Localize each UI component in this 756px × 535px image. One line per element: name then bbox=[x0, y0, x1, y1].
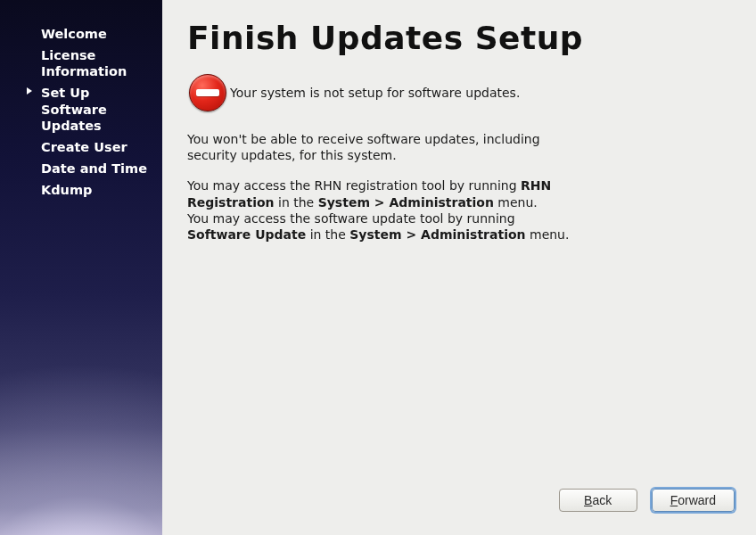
sidebar-item-label: Set Up Software Updates bbox=[41, 86, 107, 132]
text-fragment: You may access the software update tool … bbox=[187, 211, 515, 226]
main-panel: Finish Updates Setup Your system is not … bbox=[162, 0, 756, 535]
text-fragment: menu. bbox=[494, 195, 538, 210]
warning-row: Your system is not setup for software up… bbox=[187, 72, 729, 113]
sidebar-item-kdump: Kdump bbox=[0, 179, 162, 201]
sidebar-item-label: Date and Time bbox=[41, 161, 147, 176]
page-title: Finish Updates Setup bbox=[187, 20, 729, 56]
text-bold: System > Administration bbox=[349, 227, 525, 242]
sidebar-item-date-time: Date and Time bbox=[0, 158, 162, 179]
text-fragment: You may access the RHN registration tool… bbox=[187, 178, 521, 193]
info-paragraph-3: You may access the software update tool … bbox=[187, 210, 579, 243]
sidebar-item-label: License Information bbox=[41, 48, 127, 78]
forward-button[interactable]: Forward bbox=[652, 489, 735, 512]
button-label-rest: ack bbox=[592, 493, 612, 507]
back-button[interactable]: Back bbox=[559, 489, 637, 512]
sidebar-item-license: License Information bbox=[0, 45, 162, 82]
footer-buttons: Back Forward bbox=[559, 489, 735, 512]
text-fragment: in the bbox=[275, 195, 318, 210]
active-arrow-icon bbox=[27, 87, 32, 95]
text-fragment: in the bbox=[306, 227, 349, 242]
mnemonic: F bbox=[670, 493, 678, 507]
sidebar-item-welcome: Welcome bbox=[0, 23, 162, 45]
sidebar: Welcome License Information Set Up Softw… bbox=[0, 0, 162, 535]
text-bold: Software Update bbox=[187, 227, 306, 242]
sidebar-item-label: Kdump bbox=[41, 183, 92, 197]
error-icon bbox=[187, 72, 228, 113]
text-bold: System > Administration bbox=[318, 195, 494, 210]
info-paragraph-2: You may access the RHN registration tool… bbox=[187, 177, 579, 210]
warning-text: Your system is not setup for software up… bbox=[230, 86, 520, 100]
button-label-rest: orward bbox=[678, 493, 716, 507]
sidebar-item-setup-updates: Set Up Software Updates bbox=[0, 82, 162, 136]
sidebar-item-create-user: Create User bbox=[0, 136, 162, 158]
info-paragraph-1: You won't be able to receive software up… bbox=[187, 131, 579, 163]
sidebar-item-label: Create User bbox=[41, 140, 127, 154]
text-fragment: menu. bbox=[526, 227, 570, 242]
sidebar-item-label: Welcome bbox=[41, 27, 107, 41]
mnemonic: B bbox=[584, 493, 592, 507]
